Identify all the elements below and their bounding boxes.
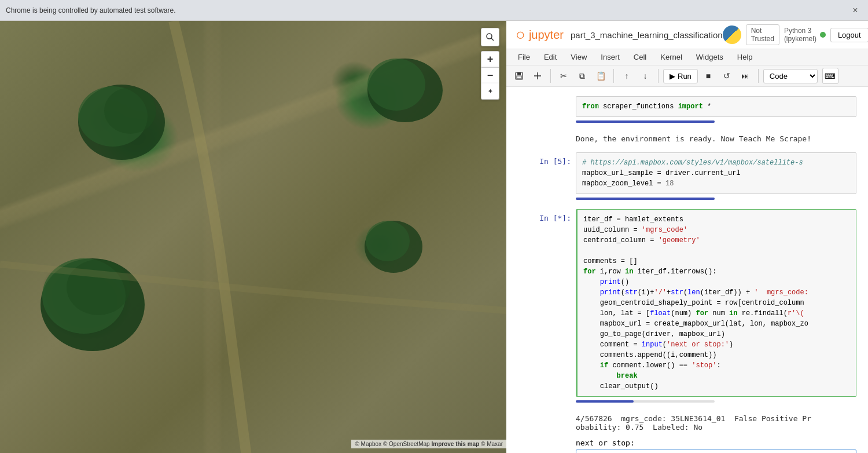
run-button[interactable]: ▶ Run — [663, 69, 698, 83]
copy-button[interactable]: ⧉ — [574, 68, 590, 84]
run-icon: ▶ — [670, 72, 675, 81]
move-up-button[interactable]: ↑ — [619, 68, 635, 84]
map-search-button[interactable] — [481, 28, 499, 46]
cell-1-progress-fill — [576, 120, 715, 123]
close-button[interactable]: × — [848, 3, 862, 17]
svg-line-11 — [491, 38, 494, 41]
menu-help[interactable]: Help — [735, 52, 755, 63]
add-cell-button[interactable] — [529, 68, 546, 84]
cell-5-progress — [576, 198, 715, 200]
svg-point-10 — [487, 34, 492, 39]
cell-5-code[interactable]: # https://api.mapbox.com/styles/v1/mapbo… — [576, 152, 856, 194]
toolbar-sep-1 — [550, 69, 551, 83]
input-prompt-row: next or stop: — [518, 439, 856, 453]
toolbar-sep-3 — [658, 69, 659, 83]
jupyter-logo-icon: ○ — [516, 25, 525, 44]
output-text-2: 4/567826 mgrs_code: 35LNE3614_01 False P… — [518, 412, 856, 434]
map-canvas: + − ✦ © Mapbox © OpenStreetMap Improve t… — [0, 21, 506, 453]
input-prompt-label: next or stop: — [576, 439, 856, 447]
zoom-in-button[interactable]: + — [481, 51, 499, 67]
logout-button[interactable]: Logout — [830, 28, 868, 42]
stop-button[interactable]: ■ — [700, 68, 716, 84]
cell-5-progress-fill — [576, 198, 715, 200]
cell-5-content: # https://api.mapbox.com/styles/v1/mapbo… — [576, 152, 856, 200]
reset-bearing-button[interactable]: ✦ — [481, 83, 499, 100]
svg-point-2 — [104, 87, 156, 134]
menu-kernel[interactable]: Kernel — [658, 52, 685, 63]
notebook-content[interactable]: from scraper_functions import * Done, th… — [506, 87, 868, 453]
map-panel: + − ✦ © Mapbox © OpenStreetMap Improve t… — [0, 21, 506, 453]
menu-cell[interactable]: Cell — [631, 52, 649, 63]
jupyter-menu-bar: File Edit View Insert Cell Kernel Widget… — [506, 49, 868, 65]
svg-point-8 — [365, 221, 422, 273]
cell-5-prompt: In [5]: — [518, 152, 576, 200]
kernel-status-dot — [820, 32, 826, 38]
menu-file[interactable]: File — [516, 52, 532, 63]
map-attribution: © Mapbox © OpenStreetMap Improve this ma… — [351, 440, 506, 448]
trusted-badge[interactable]: Not Trusted — [746, 24, 779, 45]
cell-5: In [5]: # https://api.mapbox.com/styles/… — [518, 152, 856, 200]
cell-active-prompt: In [*]: — [518, 209, 576, 403]
svg-point-4 — [367, 59, 425, 111]
cell-active-code[interactable]: iter_df = hamlet_extents uuid_column = '… — [576, 209, 856, 397]
python-logo-icon — [723, 25, 741, 44]
save-button[interactable] — [511, 68, 527, 84]
svg-point-5 — [41, 258, 145, 351]
menu-edit[interactable]: Edit — [542, 52, 559, 63]
menu-widgets[interactable]: Widgets — [694, 52, 726, 63]
cell-active-content: iter_df = hamlet_extents uuid_column = '… — [576, 209, 856, 403]
cell-type-select[interactable]: Code Markdown Raw — [763, 69, 818, 83]
svg-rect-13 — [517, 72, 521, 75]
cell-1-code[interactable]: from scraper_functions import * — [576, 96, 856, 117]
jupyter-top-controls: Not Trusted Python 3 (ipykernel) Logout — [723, 24, 868, 45]
cell-active-progress-fill — [576, 400, 634, 403]
output-text-1: Done, the environment is ready. Now Teac… — [518, 132, 856, 145]
notebook-title: part_3_machine_learning_classification — [571, 30, 723, 40]
jupyter-panel: ○ jupyter part_3_machine_learning_classi… — [506, 21, 868, 453]
cell-1-prompt — [518, 96, 576, 123]
map-overlay — [0, 21, 506, 453]
paste-button[interactable]: 📋 — [593, 68, 609, 84]
menu-insert[interactable]: Insert — [598, 52, 622, 63]
automation-notice: Chrome is being controlled by automated … — [6, 6, 848, 14]
toolbar-sep-2 — [613, 69, 614, 83]
map-zoom-controls: + − ✦ — [481, 51, 499, 100]
cell-active: In [*]: iter_df = hamlet_extents uuid_co… — [518, 209, 856, 403]
svg-point-7 — [67, 260, 130, 315]
cell-1-content: from scraper_functions import * — [576, 96, 856, 123]
svg-point-9 — [366, 221, 410, 261]
improve-map-link[interactable]: Improve this map — [431, 441, 479, 447]
svg-point-3 — [367, 59, 443, 122]
move-down-button[interactable]: ↓ — [637, 68, 653, 84]
restart-button[interactable]: ↺ — [719, 68, 735, 84]
zoom-out-button[interactable]: − — [481, 67, 499, 83]
menu-view[interactable]: View — [568, 52, 589, 63]
restart-run-button[interactable]: ⏭ — [737, 68, 753, 84]
svg-rect-14 — [517, 76, 521, 79]
jupyter-header: ○ jupyter part_3_machine_learning_classi… — [506, 21, 868, 49]
svg-point-1 — [78, 86, 148, 147]
svg-point-6 — [42, 258, 126, 334]
search-icon — [486, 32, 495, 42]
main-layout: + − ✦ © Mapbox © OpenStreetMap Improve t… — [0, 21, 868, 453]
cut-button[interactable]: ✂ — [556, 68, 572, 84]
chrome-automation-bar: Chrome is being controlled by automated … — [0, 0, 868, 21]
jupyter-wordmark: jupyter — [529, 28, 564, 42]
cell-1-progress — [576, 120, 715, 123]
toolbar-sep-4 — [758, 69, 759, 83]
kernel-info: Python 3 (ipykernel) — [784, 27, 826, 43]
next-or-stop-input[interactable] — [576, 450, 856, 453]
cell-active-progress — [576, 400, 715, 403]
keyboard-button[interactable]: ⌨ — [822, 68, 838, 84]
cell-1: from scraper_functions import * — [518, 96, 856, 123]
svg-point-0 — [78, 85, 165, 160]
jupyter-toolbar: ✂ ⧉ 📋 ↑ ↓ ▶ Run ■ ↺ ⏭ — [506, 65, 868, 87]
